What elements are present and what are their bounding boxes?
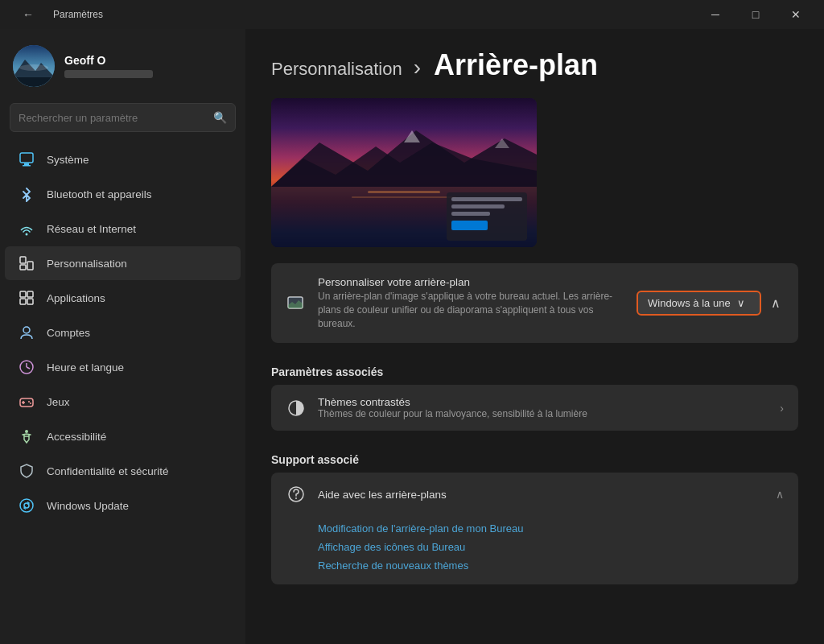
svg-rect-4 <box>20 153 33 163</box>
help-icon <box>286 484 307 505</box>
sidebar-item-accessibilite[interactable]: Accessibilité <box>5 419 241 453</box>
svg-point-15 <box>23 327 30 333</box>
svg-rect-33 <box>352 196 456 198</box>
gaming-icon <box>18 393 35 411</box>
close-button[interactable]: ✕ <box>777 2 814 27</box>
help-header-row[interactable]: Aide avec les arrière-plans ∧ <box>271 473 798 516</box>
collapse-button[interactable]: ∧ <box>768 295 784 312</box>
search-box[interactable]: 🔍 <box>10 103 236 132</box>
svg-point-24 <box>25 430 28 433</box>
svg-point-38 <box>295 497 297 499</box>
themes-contrasts-row[interactable]: Thèmes contrastés Thèmes de couleur pour… <box>271 385 798 431</box>
help-title: Aide avec les arrière-plans <box>318 489 764 501</box>
avatar <box>13 45 55 87</box>
svg-rect-14 <box>27 299 33 304</box>
search-input[interactable] <box>19 112 207 124</box>
sidebar-label-update: Windows Update <box>47 500 129 512</box>
svg-line-18 <box>27 367 30 369</box>
contrast-icon <box>286 398 307 419</box>
svg-rect-10 <box>20 257 26 263</box>
sidebar-label-reseau: Réseau et Internet <box>47 223 136 235</box>
help-chevron-up-icon: ∧ <box>776 488 784 501</box>
sidebar-label-bluetooth: Bluetooth et appareils <box>47 188 152 200</box>
support-link-1[interactable]: Modification de l'arrière-plan de mon Bu… <box>318 522 784 535</box>
profile-name: Geoff O <box>64 54 153 67</box>
system-icon <box>18 151 35 168</box>
background-desc: Un arrière-plan d'image s'applique à vot… <box>318 290 624 330</box>
minimize-button[interactable]: ─ <box>697 2 734 27</box>
svg-point-25 <box>20 499 33 512</box>
themes-contrasts-desc: Thèmes de couleur pour la malvoyance, se… <box>318 408 768 419</box>
sidebar: Geoff O 🔍 Système Bluetooth et appareils <box>0 29 245 644</box>
svg-rect-32 <box>368 191 440 193</box>
taskbar-line-1 <box>451 197 522 201</box>
svg-point-7 <box>26 233 28 236</box>
sidebar-item-applications[interactable]: Applications <box>5 281 241 315</box>
background-icon <box>286 294 305 313</box>
privacy-icon <box>18 462 35 480</box>
dropdown-value: Windows à la une <box>648 297 731 309</box>
sidebar-item-systeme[interactable]: Système <box>5 142 241 176</box>
sidebar-label-confidentialite: Confidentialité et sécurité <box>47 465 169 477</box>
sidebar-label-applications: Applications <box>47 292 105 304</box>
titlebar: ← Paramètres ─ □ ✕ <box>0 0 824 29</box>
profile-email <box>64 70 153 78</box>
svg-marker-2 <box>13 77 55 87</box>
background-setting-row: Personnaliser votre arrière-plan Un arri… <box>271 263 798 343</box>
sidebar-item-personnalisation[interactable]: Personnalisation <box>5 246 241 280</box>
sidebar-label-systeme: Système <box>47 154 89 166</box>
search-icon: 🔍 <box>213 111 227 124</box>
svg-point-22 <box>28 401 30 402</box>
chevron-right-icon: › <box>780 402 784 415</box>
svg-rect-6 <box>23 165 31 167</box>
background-dropdown[interactable]: Windows à la une ∨ <box>637 291 761 316</box>
svg-point-23 <box>30 402 31 404</box>
taskbar-btn-preview <box>451 221 488 230</box>
sidebar-label-accessibilite: Accessibilité <box>47 431 106 443</box>
back-button[interactable]: ← <box>10 2 47 27</box>
main-content: Personnalisation › Arrière-plan <box>245 29 824 644</box>
support-links: Modification de l'arrière-plan de mon Bu… <box>271 516 798 584</box>
accounts-icon <box>18 324 35 341</box>
background-control: Windows à la une ∨ ∧ <box>637 291 784 316</box>
sidebar-item-bluetooth[interactable]: Bluetooth et appareils <box>5 177 241 211</box>
maximize-button[interactable]: □ <box>737 2 774 27</box>
svg-rect-11 <box>20 291 26 297</box>
breadcrumb: Personnalisation › Arrière-plan <box>271 59 598 79</box>
svg-rect-13 <box>20 299 26 304</box>
nav-list: Système Bluetooth et appareils Réseau et… <box>0 142 245 523</box>
background-setting-card: Personnaliser votre arrière-plan Un arri… <box>271 263 798 343</box>
titlebar-controls: ─ □ ✕ <box>697 2 814 27</box>
background-title: Personnaliser votre arrière-plan <box>318 276 624 288</box>
background-text: Personnaliser votre arrière-plan Un arri… <box>318 276 624 330</box>
page-title: Arrière-plan <box>434 48 598 81</box>
sidebar-label-personnalisation: Personnalisation <box>47 258 127 270</box>
associated-settings-card: Thèmes contrastés Thèmes de couleur pour… <box>271 385 798 431</box>
apps-icon <box>18 289 35 307</box>
sidebar-label-jeux: Jeux <box>47 396 70 408</box>
sidebar-item-reseau[interactable]: Réseau et Internet <box>5 212 241 246</box>
support-card: Aide avec les arrière-plans ∧ Modificati… <box>271 473 798 584</box>
sidebar-item-heure[interactable]: Heure et langue <box>5 350 241 384</box>
sidebar-item-update[interactable]: Windows Update <box>5 489 241 522</box>
svg-rect-8 <box>20 265 26 270</box>
svg-point-3 <box>19 64 48 71</box>
support-title: Support associé <box>271 440 798 473</box>
update-icon <box>18 497 35 514</box>
page-header: Personnalisation › Arrière-plan <box>271 48 798 82</box>
titlebar-left: ← Paramètres <box>10 2 103 27</box>
support-link-2[interactable]: Affichage des icônes du Bureau <box>318 541 784 553</box>
wallpaper-preview <box>271 98 537 247</box>
taskbar-line-2 <box>451 204 505 208</box>
time-icon <box>18 358 35 376</box>
breadcrumb-separator: › <box>414 55 427 80</box>
sidebar-item-confidentialite[interactable]: Confidentialité et sécurité <box>5 454 241 488</box>
sidebar-label-heure: Heure et langue <box>47 361 124 374</box>
personalization-icon <box>18 254 35 272</box>
accessibility-icon <box>18 427 35 445</box>
support-link-3[interactable]: Recherche de nouveaux thèmes <box>318 559 784 572</box>
bluetooth-icon <box>18 185 35 203</box>
sidebar-item-comptes[interactable]: Comptes <box>5 316 241 349</box>
sidebar-item-jeux[interactable]: Jeux <box>5 385 241 419</box>
sidebar-profile: Geoff O <box>0 29 245 100</box>
